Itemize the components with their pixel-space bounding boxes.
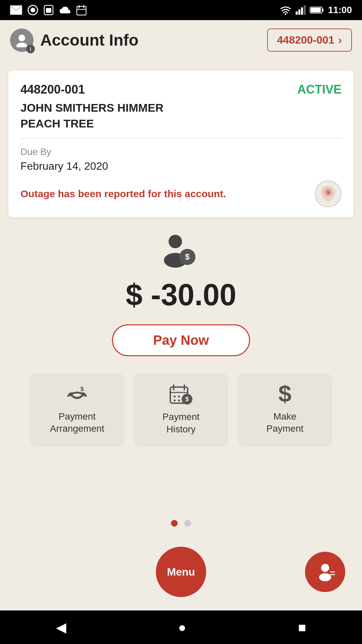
status-bar: 11:00 xyxy=(0,0,362,20)
svg-point-31 xyxy=(174,399,176,401)
svg-text:$: $ xyxy=(185,396,189,402)
svg-point-2 xyxy=(31,8,35,12)
customer-location: PEACH TREE xyxy=(20,117,342,139)
cloud-icon xyxy=(59,5,71,15)
due-label: Due By xyxy=(20,147,342,157)
svg-rect-5 xyxy=(77,6,86,15)
header-left: i Account Info xyxy=(10,29,138,52)
pay-now-button[interactable]: Pay Now xyxy=(112,324,250,356)
customer-name: JOHN SMITHERS HIMMER xyxy=(20,101,342,114)
svg-rect-10 xyxy=(296,11,298,15)
svg-point-37 xyxy=(319,573,331,581)
handshake-icon: $ xyxy=(65,385,89,405)
chevron-right-icon: › xyxy=(338,34,342,46)
payment-history-button[interactable]: $ PaymentHistory xyxy=(134,373,228,447)
due-date: February 14, 2020 xyxy=(20,160,342,172)
home-button[interactable]: ● xyxy=(178,620,186,635)
dot-1[interactable] xyxy=(171,520,178,527)
svg-point-29 xyxy=(174,395,176,397)
pagination-dots xyxy=(0,520,362,527)
payment-arrangement-button[interactable]: $ PaymentArrangement xyxy=(30,373,124,447)
card-account-number: 448200-001 xyxy=(20,83,85,97)
info-badge: i xyxy=(26,45,35,53)
person-icon xyxy=(15,33,29,47)
svg-point-32 xyxy=(178,399,180,401)
svg-rect-16 xyxy=(311,8,321,12)
svg-text:$: $ xyxy=(185,252,190,261)
svg-point-17 xyxy=(18,35,25,41)
svg-point-36 xyxy=(321,564,329,572)
svg-point-20 xyxy=(169,235,182,248)
svg-text:$: $ xyxy=(279,385,292,405)
menu-button[interactable]: Menu xyxy=(156,547,206,597)
outage-message: Outage has been reported for this accoun… xyxy=(20,188,315,200)
outage-row: Outage has been reported for this accoun… xyxy=(20,180,342,207)
contact-icon xyxy=(315,562,335,582)
battery-icon xyxy=(310,6,324,14)
svg-point-30 xyxy=(178,395,180,397)
app-header: i Account Info 448200-001 › xyxy=(0,20,362,60)
action-buttons: $ PaymentArrangement $ xyxy=(23,373,339,447)
svg-rect-12 xyxy=(301,7,303,15)
svg-point-18 xyxy=(16,43,27,47)
outage-map-button[interactable] xyxy=(315,180,342,207)
svg-rect-4 xyxy=(46,8,51,13)
svg-text:$: $ xyxy=(80,386,84,392)
balance-icon: $ xyxy=(159,234,203,271)
bottom-bar: Menu xyxy=(0,540,362,610)
calendar-dollar-icon: $ xyxy=(170,384,192,405)
svg-rect-15 xyxy=(322,9,323,11)
account-badge-number: 448200-001 xyxy=(277,34,335,46)
payment-history-label: PaymentHistory xyxy=(163,411,200,435)
sim-icon xyxy=(44,5,54,15)
page-title: Account Info xyxy=(40,31,138,49)
balance-section: $ $ -30.00 Pay Now $ PaymentArrangement xyxy=(0,217,362,477)
account-card: 448200-001 ACTIVE JOHN SMITHERS HIMMER P… xyxy=(8,70,354,217)
dollar-sign-icon: $ xyxy=(275,385,295,405)
recent-button[interactable]: ■ xyxy=(298,620,306,635)
status-right: 11:00 xyxy=(280,5,352,15)
payment-arrangement-label: PaymentArrangement xyxy=(50,411,104,435)
calendar-status-icon xyxy=(76,5,86,15)
back-button[interactable]: ◀ xyxy=(56,620,66,635)
svg-rect-13 xyxy=(304,5,306,15)
wifi-icon xyxy=(280,5,292,15)
card-top-row: 448200-001 ACTIVE xyxy=(20,83,342,97)
android-nav: ◀ ● ■ xyxy=(0,610,362,644)
dot-2[interactable] xyxy=(184,520,191,527)
make-payment-button[interactable]: $ MakePayment xyxy=(238,373,332,447)
gmail-icon xyxy=(10,5,22,15)
account-status: ACTIVE xyxy=(297,83,342,97)
time-display: 11:00 xyxy=(328,5,352,15)
avatar-icon: i xyxy=(10,29,34,52)
make-payment-label: MakePayment xyxy=(266,411,304,435)
status-icons xyxy=(10,5,86,15)
svg-point-9 xyxy=(285,13,287,15)
map-pin-icon xyxy=(321,185,336,203)
record-icon xyxy=(27,5,38,15)
balance-amount: $ -30.00 xyxy=(126,278,236,312)
account-badge-button[interactable]: 448200-001 › xyxy=(267,29,352,52)
person-dollar-svg: $ xyxy=(159,234,196,268)
svg-rect-11 xyxy=(298,9,300,15)
signal-icon xyxy=(296,5,306,15)
contact-fab-button[interactable] xyxy=(305,552,345,592)
